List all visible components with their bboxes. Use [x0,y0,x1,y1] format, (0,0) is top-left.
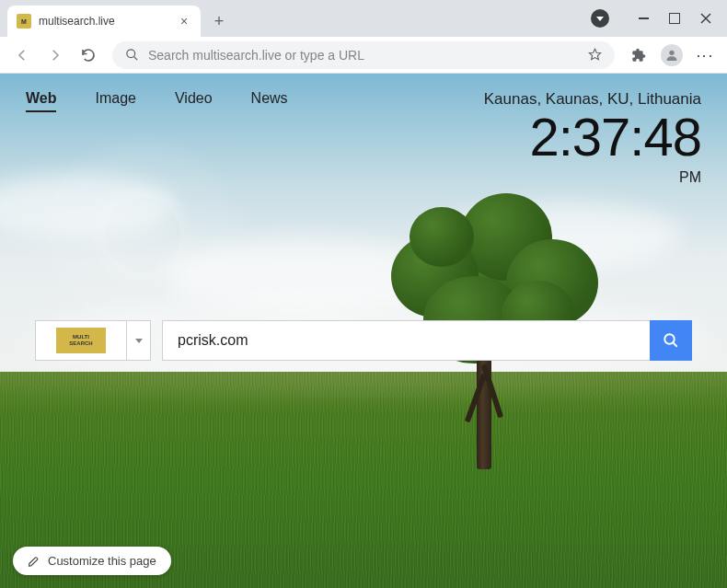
new-tab-button[interactable]: + [206,8,232,34]
search-engine-selector[interactable]: MULTI SEARCH [35,320,127,361]
engine-logo: MULTI SEARCH [56,328,106,353]
tab-news[interactable]: News [251,90,288,112]
svg-point-0 [127,50,135,58]
pencil-icon [28,555,40,568]
search-icon [125,48,139,62]
omnibox-placeholder: Search multisearch.live or type a URL [148,48,579,63]
customize-page-button[interactable]: Customize this page [13,547,171,575]
forward-button[interactable] [40,40,70,70]
time-text: 2:37:48 [484,110,701,164]
browser-tab[interactable]: M multisearch.live × [7,6,201,37]
tab-title: multisearch.live [39,15,169,28]
search-button[interactable] [650,320,692,361]
page-header: Web Image Video News Kaunas, Kaunas, KU,… [0,74,727,186]
search-bar: MULTI SEARCH [35,320,692,361]
page-content: Web Image Video News Kaunas, Kaunas, KU,… [0,74,727,588]
address-bar[interactable]: Search multisearch.live or type a URL [112,41,615,69]
engine-dropdown-icon[interactable] [127,320,151,361]
location-text: Kaunas, Kaunas, KU, Lithuania [484,90,701,109]
svg-point-2 [664,334,675,344]
browser-toolbar: Search multisearch.live or type a URL ⋮ [0,37,727,74]
window-controls [591,0,727,37]
close-tab-icon[interactable]: × [177,14,191,29]
tab-image[interactable]: Image [95,90,135,112]
search-icon [663,332,679,349]
ampm-text: PM [484,169,701,186]
clock-widget: Kaunas, Kaunas, KU, Lithuania 2:37:48 PM [484,90,701,186]
minimize-button[interactable] [629,5,657,32]
extensions-icon[interactable] [624,40,653,70]
svg-point-1 [669,50,674,54]
close-window-button[interactable] [692,5,720,32]
tab-video[interactable]: Video [175,90,213,112]
title-bar: M multisearch.live × + [0,0,727,37]
menu-button[interactable]: ⋮ [690,40,720,70]
search-input[interactable] [162,320,650,361]
back-button[interactable] [7,40,37,70]
search-tabs-icon[interactable] [591,9,609,28]
tab-favicon: M [17,14,31,29]
customize-label: Customize this page [48,554,156,568]
maximize-button[interactable] [661,5,688,32]
bookmark-star-icon[interactable] [588,48,602,62]
reload-button[interactable] [74,40,103,70]
search-category-tabs: Web Image Video News [26,90,288,112]
profile-avatar[interactable] [657,40,687,70]
tab-web[interactable]: Web [26,90,56,112]
